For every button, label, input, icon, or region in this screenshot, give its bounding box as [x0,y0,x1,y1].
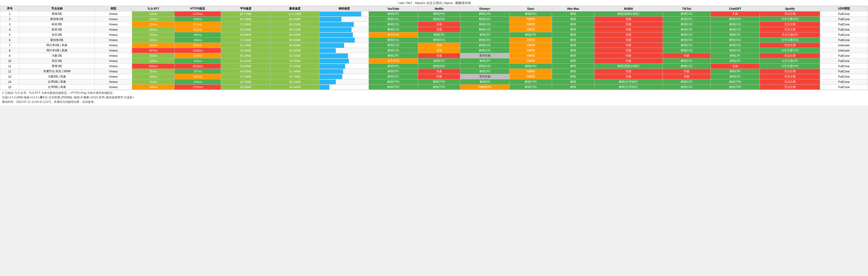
table-cell: 72.24MB [270,64,319,69]
table-cell: 解锁(TW) [418,79,460,85]
table-cell: 解锁(US) [711,48,760,53]
header-tiktok: TikTok [662,6,711,11]
main-container: *.wiki-7967 - MiaoKo 自定义测试 | ffqtest - 翻… [0,0,868,106]
table-cell: 解锁(US) [460,43,510,48]
table-cell: 90.53MB [270,27,319,32]
table-cell: 47.39MB [221,74,270,79]
table-cell: Vmess [94,69,132,74]
table-cell: 解锁(US) [369,48,418,53]
table-cell: 待解锁 [510,22,552,27]
table-cell: 解锁(HK) [418,11,460,17]
table-cell: 99.33MB [270,17,319,22]
table-cell: 9 [0,53,20,58]
table-cell: 521ms [175,27,221,32]
table-cell: 失败 [594,22,662,27]
table-row: 1香港2线Vmess138ms1225ms86.77MB113.37MB解锁(H… [0,11,868,17]
table-cell: Vmess [94,58,132,64]
table-cell: 解锁 [552,58,594,64]
table-cell: 解锁(SG) [418,17,460,22]
table-cell: 台湾1线 | 高速 [19,79,94,85]
table-cell: 解锁(HK) [369,11,418,17]
table-cell: 无法注册 [760,27,820,32]
table-cell: 15 [0,85,20,90]
speed-bar-cell [319,64,369,69]
table-cell: 失败 [594,32,662,37]
table-cell: FullCone [820,27,868,32]
speed-bar-cell [319,43,369,48]
table-cell: 解锁(US) [711,22,760,27]
table-cell: 待解锁 [510,27,552,32]
table-cell: 解锁(JP) [711,32,760,37]
table-cell: 阿什本2线 | 高速 [19,43,94,48]
table-cell: 允许注册(JP) [760,58,820,64]
table-cell: 失败 [594,17,662,22]
speed-bar-cell [319,58,369,64]
table-cell: 解锁 [552,64,594,69]
table-cell: 无法注册 [760,69,820,74]
speed-bar-cell [319,27,369,32]
table-cell: 86.40MB [270,43,319,48]
table-cell: 1183ms [175,48,221,53]
table-cell: FullCone [820,64,868,69]
table-cell: 待解锁 [510,53,552,58]
table-cell: 解锁(TW) [711,85,760,90]
table-cell: 1702ms [175,85,221,90]
table-cell: FullCone [820,32,868,37]
table-cell: 新加坡1线 [19,17,94,22]
table-cell: 解锁(US) [662,85,711,90]
table-cell: 解锁(JP) [418,32,460,37]
table-row: 5东京2线Vmess133ms400ms69.90MB88.43MB送中(CN)… [0,32,868,37]
speed-bar-cell [319,74,369,79]
table-cell: 解锁(HK) [510,11,552,17]
table-cell: 失败 [594,74,662,79]
table-cell: 1225ms [175,11,221,17]
header-name: 节点名称 [19,6,94,11]
header-max: 最高速度 [270,6,319,11]
table-cell: 自制 [418,43,460,48]
table-cell: 160ms [132,37,175,43]
speed-bar-cell [319,53,369,58]
table-cell: 允许注册(SG) [760,37,820,43]
table-cell: Vmess [94,27,132,32]
table-cell: 257ms [175,69,221,74]
table-cell: 438ms [175,37,221,43]
table-cell: Vmess [94,48,132,53]
header-disney: Disney+ [460,6,510,11]
table-cell: 解锁 [552,43,594,48]
table-row: 6新加坡2线Vmess160ms438ms72.94MB86.80MB解锁(AU… [0,37,868,43]
table-cell: 70.55MB [221,22,270,27]
table-cell: Vmess [94,11,132,17]
table-cell: 解锁 [552,53,594,58]
table-cell: 138ms [132,11,175,17]
table-cell: 解锁(JP) [369,69,418,74]
table-cell: 大阪1线 [19,53,94,58]
table-row: 3硅谷2线Vmess234ms671ms70.55MB98.15MB解锁(US)… [0,22,868,27]
table-cell: 解锁 [552,79,594,85]
table-cell: 待解锁 [510,37,552,43]
header-netflix: Netflix [418,6,460,11]
table-cell: 待解锁 [510,69,552,74]
table-cell: Vmess [94,85,132,90]
table-cell: Vmess [94,22,132,27]
table-cell: 解锁(US) [460,48,510,53]
table-cell: 失败 [594,43,662,48]
table-cell: 解锁 [552,11,594,17]
table-cell: 解锁(TW) [711,79,760,85]
table-cell: 解锁(US) [369,22,418,27]
table-cell: 407ms [132,48,175,53]
table-cell: FullCone [820,79,868,85]
table-cell: 失败 [662,69,711,74]
table-cell: 无法注册 [760,22,820,27]
footer: ✔ 已核实 TLS 证书。TLS RTT 为单次数据交换延迟， HTTPS Pi… [0,90,868,106]
table-cell: 12 [0,69,20,74]
table-cell: 解锁(US) [662,11,711,17]
table-cell: 86.80MB [270,37,319,43]
table-row: 8阿什本1线 | 高速Vmess407ms1183ms34.08MB84.49M… [0,48,868,53]
table-row: 12专属节点-东京 | 500MVmess82ms257ms49.63MB61.… [0,69,868,74]
table-cell: 解锁(AU) [369,37,418,43]
table-cell: 8 [0,48,20,53]
table-cell: 10 [0,58,20,64]
table-cell: 解锁(JP) [460,69,510,74]
table-cell: 解锁(AU) [369,17,418,22]
table-cell: 解锁 [552,37,594,43]
